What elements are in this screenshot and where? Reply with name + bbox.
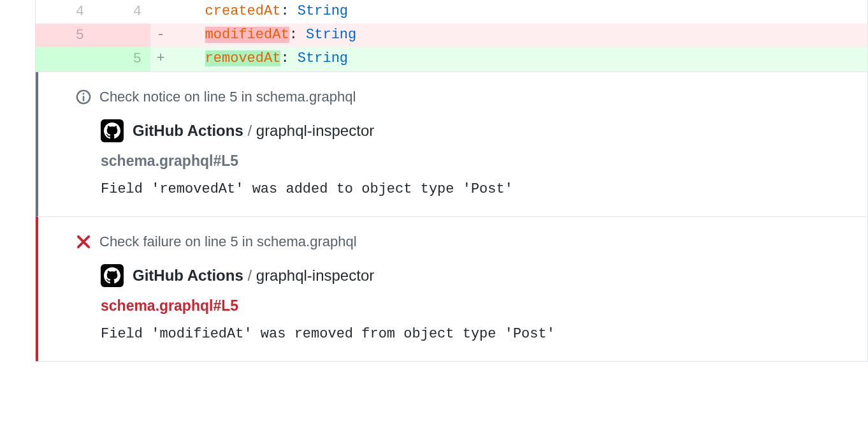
github-icon: [101, 119, 124, 142]
annotation-message: Field 'removedAt' was added to object ty…: [101, 181, 844, 197]
colon: :: [289, 27, 306, 43]
diff-table: 4 4 createdAt: String 5 - modifiedAt: St…: [36, 0, 867, 71]
annotation-source: GitHub Actions / graphql-inspector: [101, 264, 844, 287]
annotations-container: Check notice on line 5 in schema.graphql…: [36, 71, 867, 362]
annotation-source-line[interactable]: GitHub Actions / graphql-inspector: [133, 122, 374, 140]
diff-marker: +: [150, 47, 171, 71]
github-icon: [101, 264, 124, 287]
field-name: removedAt: [205, 50, 281, 66]
indent: [180, 3, 205, 19]
diff-marker: -: [150, 24, 171, 47]
annotation-source-line[interactable]: GitHub Actions / graphql-inspector: [133, 267, 374, 285]
colon: :: [280, 3, 297, 19]
annotation-location-link[interactable]: schema.graphql#L5: [101, 297, 844, 315]
source-app: GitHub Actions: [133, 267, 243, 284]
code-cell: modifiedAt: String: [171, 24, 867, 47]
annotation-header: Check notice on line 5 in schema.graphql: [75, 89, 844, 105]
new-line-number: [93, 24, 150, 47]
old-line-number[interactable]: 5: [36, 24, 93, 47]
field-name: createdAt: [205, 3, 281, 19]
new-line-number[interactable]: 5: [93, 47, 150, 71]
diff-marker: [150, 0, 171, 24]
type-name: String: [298, 3, 348, 19]
indent: [180, 27, 205, 43]
source-separator: /: [243, 122, 256, 139]
diff-panel: 4 4 createdAt: String 5 - modifiedAt: St…: [35, 0, 868, 362]
code-cell: createdAt: String: [171, 0, 867, 24]
check-annotation-notice: Check notice on line 5 in schema.graphql…: [36, 72, 867, 216]
source-app: GitHub Actions: [133, 122, 243, 139]
info-icon: [75, 89, 92, 105]
diff-row-addition: 5 + removedAt: String: [36, 47, 867, 71]
error-icon: [75, 234, 92, 250]
code-cell: removedAt: String: [171, 47, 867, 71]
source-check: graphql-inspector: [256, 267, 374, 284]
new-line-number[interactable]: 4: [93, 0, 150, 24]
type-name: String: [306, 27, 356, 43]
annotation-header: Check failure on line 5 in schema.graphq…: [75, 234, 844, 250]
diff-row-deletion: 5 - modifiedAt: String: [36, 24, 867, 47]
annotation-location-link[interactable]: schema.graphql#L5: [101, 152, 844, 170]
source-separator: /: [243, 267, 256, 284]
annotation-header-text: Check notice on line 5 in schema.graphql: [99, 89, 356, 105]
diff-row: 4 4 createdAt: String: [36, 0, 867, 24]
annotation-header-text: Check failure on line 5 in schema.graphq…: [99, 234, 357, 250]
old-line-number[interactable]: 4: [36, 0, 93, 24]
annotation-message: Field 'modifiedAt' was removed from obje…: [101, 326, 844, 342]
check-annotation-failure: Check failure on line 5 in schema.graphq…: [36, 216, 867, 361]
annotation-source: GitHub Actions / graphql-inspector: [101, 119, 844, 142]
indent: [180, 50, 205, 66]
old-line-number: [36, 47, 93, 71]
type-name: String: [298, 50, 348, 66]
field-name: modifiedAt: [205, 27, 289, 43]
colon: :: [280, 50, 297, 66]
source-check: graphql-inspector: [256, 122, 374, 139]
